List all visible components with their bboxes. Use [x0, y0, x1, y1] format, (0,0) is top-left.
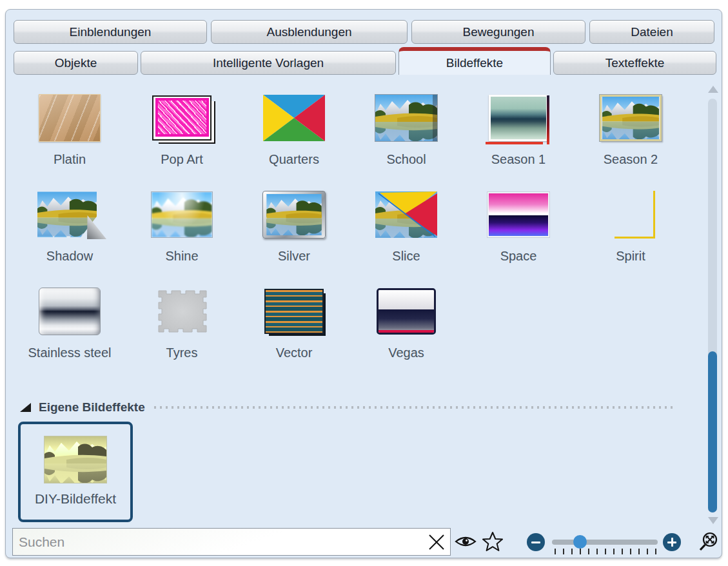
effect-item-shine[interactable]: Shine	[126, 179, 238, 275]
effect-label: Season 1	[491, 152, 546, 167]
slider-tick	[638, 549, 640, 554]
own-effects-title: Eigene Bildeffekte	[39, 400, 145, 415]
effect-item-spirit[interactable]: Spirit	[575, 179, 687, 275]
tab-dateien[interactable]: Dateien	[589, 20, 714, 44]
effect-item-school[interactable]: School	[350, 82, 462, 179]
search-input[interactable]	[12, 528, 451, 556]
zoom-out-button[interactable]	[527, 533, 545, 551]
effect-label: Pop Art	[161, 152, 203, 167]
effect-item-slice[interactable]: Slice	[350, 179, 462, 275]
slider-tick	[613, 549, 615, 554]
tab-objekte[interactable]: Objekte	[14, 51, 138, 75]
effect-item-season-1[interactable]: Season 1	[462, 82, 575, 179]
effect-label: Vegas	[388, 346, 424, 360]
slider-tick	[588, 549, 589, 554]
effect-item-vector[interactable]: Vector	[238, 275, 350, 372]
effect-thumbnail	[37, 191, 102, 239]
effect-item-platin[interactable]: Platin	[14, 82, 126, 179]
slider-tick	[622, 549, 623, 554]
effect-label: DIY-Bildeffekt	[35, 491, 116, 507]
tab-ausblendungen[interactable]: Ausblendungen	[211, 20, 408, 44]
favorite-star-icon[interactable]	[481, 531, 504, 552]
effect-item-tyres[interactable]: Tyres	[126, 275, 238, 372]
effect-label: Spirit	[616, 249, 645, 264]
effect-thumbnail	[377, 288, 436, 335]
effect-item-stainless-steel[interactable]: Stainless steel	[14, 275, 126, 372]
search-bar	[12, 528, 451, 556]
scroll-down-arrow[interactable]	[708, 517, 718, 524]
effect-thumbnail	[262, 191, 326, 239]
scrollbar-track[interactable]	[708, 99, 717, 512]
effect-item-pop-art[interactable]: Pop Art	[126, 82, 238, 179]
effect-thumbnail	[375, 94, 438, 142]
effect-item-quarters[interactable]: Quarters	[238, 82, 350, 179]
effect-label: Tyres	[166, 346, 198, 360]
slider-tick	[630, 549, 631, 554]
slider-tick	[647, 549, 648, 554]
slider-tick	[571, 549, 573, 554]
zoom-slider[interactable]	[552, 540, 658, 545]
effect-label: Slice	[392, 249, 420, 264]
effect-label: Vector	[276, 346, 313, 360]
effect-thumbnail	[264, 289, 324, 334]
effect-item-diy-bildeffekt-selected[interactable]: DIY-Bildeffekt	[18, 422, 133, 522]
effect-label: Platin	[54, 152, 86, 167]
effect-thumbnail	[600, 191, 662, 239]
tab-intelligente-vorlagen[interactable]: Intelligente Vorlagen	[141, 51, 396, 75]
effect-label: Quarters	[269, 152, 319, 167]
tab-bildeffekte[interactable]: Bildeffekte	[398, 47, 551, 75]
collapse-triangle-icon	[20, 403, 31, 412]
effect-label: Shine	[165, 249, 198, 264]
effect-thumbnail	[151, 191, 213, 238]
effect-thumbnail	[151, 288, 213, 335]
effects-grid: Platin Pop Art Quarters	[14, 82, 687, 372]
tab-einblendungen[interactable]: Einblendungen	[14, 20, 207, 44]
tab-bewegungen[interactable]: Bewegungen	[411, 20, 585, 44]
effect-thumbnail	[263, 95, 325, 141]
effect-item-space[interactable]: Space	[462, 179, 575, 275]
effect-label: School	[386, 152, 426, 167]
effect-thumbnail	[39, 94, 101, 142]
effect-label: Space	[500, 249, 537, 264]
slider-tick	[580, 549, 581, 554]
media-pool-panel: Einblendungen Ausblendungen Bewegungen D…	[5, 9, 722, 558]
tab-row-top: Einblendungen Ausblendungen Bewegungen D…	[14, 20, 714, 44]
effect-label: Stainless steel	[28, 346, 112, 360]
effect-label: Shadow	[46, 249, 93, 264]
own-effects-section-header[interactable]: Eigene Bildeffekte	[20, 400, 673, 415]
effect-thumbnail	[44, 436, 107, 483]
zoom-in-button[interactable]	[663, 533, 681, 551]
scrollbar-thumb[interactable]	[708, 351, 717, 512]
slider-tick	[555, 549, 556, 554]
slider-tick	[655, 549, 656, 554]
clear-search-icon[interactable]	[426, 532, 447, 552]
effect-item-vegas[interactable]: Vegas	[350, 275, 462, 372]
effect-item-silver[interactable]: Silver	[238, 179, 350, 275]
effect-label: Silver	[278, 249, 310, 264]
slider-tick	[596, 549, 598, 554]
effect-item-shadow[interactable]: Shadow	[14, 179, 126, 275]
zoom-slider-ticks	[555, 549, 656, 554]
tab-row-bottom: Objekte Intelligente Vorlagen Bildeffekt…	[14, 51, 716, 75]
slider-tick	[605, 549, 606, 554]
slider-tick	[563, 549, 564, 554]
zoom-fit-icon[interactable]	[696, 531, 722, 555]
effect-label: Season 2	[604, 152, 658, 167]
vertical-scrollbar	[706, 82, 719, 524]
effect-thumbnail	[152, 95, 212, 141]
scroll-up-arrow[interactable]	[708, 86, 718, 93]
preview-eye-icon[interactable]	[454, 532, 477, 551]
effect-thumbnail	[600, 95, 662, 141]
section-dotted-rule	[154, 406, 673, 409]
effect-thumbnail	[39, 288, 101, 335]
zoom-slider-thumb[interactable]	[573, 535, 587, 549]
tab-texteffekte[interactable]: Texteffekte	[553, 51, 716, 75]
effect-thumbnail	[375, 191, 437, 238]
effect-item-season-2[interactable]: Season 2	[575, 82, 687, 179]
effect-thumbnail	[489, 95, 548, 141]
effect-thumbnail	[487, 192, 549, 237]
